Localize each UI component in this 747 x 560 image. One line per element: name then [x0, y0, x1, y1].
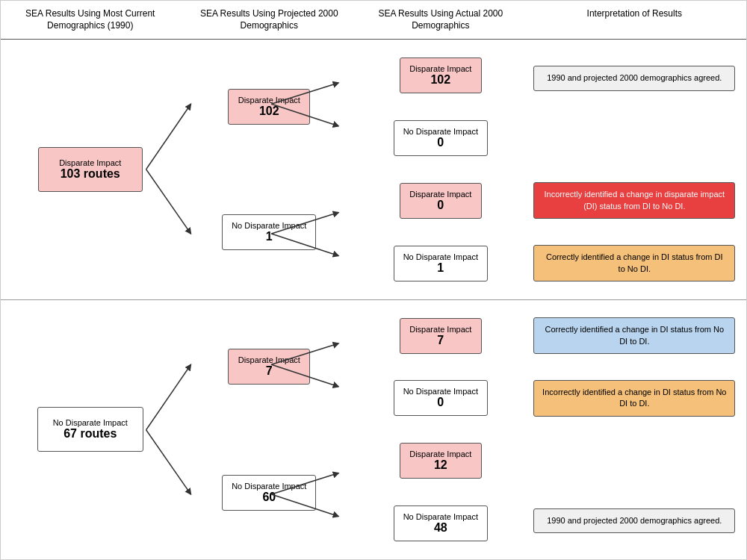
top-mid-box-1-wrap: Disparate Impact 102 — [228, 47, 310, 166]
top-mid-box-2-wrap: No Disparate Impact 1 — [222, 173, 316, 292]
top-mid-pair: Disparate Impact 102 No Disparate Impact… — [180, 40, 359, 299]
bottom-left-value: 67 routes — [53, 427, 128, 441]
top-section: Disparate Impact 103 routes Disparate Im… — [1, 40, 746, 299]
top-mid-box-2: No Disparate Impact 1 — [222, 214, 316, 250]
header-col-2: SEA Results Using Projected 2000 Demogra… — [180, 5, 359, 34]
top-interp-col: 1990 and projected 2000 demographics agr… — [523, 40, 746, 299]
bottom-right-box-1-label: Disparate Impact — [409, 325, 472, 334]
top-right-col: Disparate Impact 102 No Disparate Impact… — [359, 40, 523, 299]
bottom-mid-box-1: Disparate Impact 7 — [228, 349, 310, 385]
top-right-box-1: Disparate Impact 102 — [400, 57, 482, 93]
bottom-left-label: No Disparate Impact — [53, 418, 128, 427]
top-left-box: Disparate Impact 103 routes — [38, 147, 143, 192]
top-mid-box-2-value: 1 — [232, 230, 306, 243]
top-interp-box-3: Incorrectly identified a change in dispa… — [533, 182, 735, 219]
top-mid-box-1-label: Disparate Impact — [238, 96, 300, 105]
top-left-value: 103 routes — [54, 167, 127, 181]
top-interp-box-4: Correctly identified a change in DI stat… — [533, 245, 735, 281]
bottom-mid-box-1-label: Disparate Impact — [238, 355, 300, 364]
main-container: SEA Results Using Most Current Demograph… — [0, 0, 747, 560]
bottom-mid-box-2-wrap: No Disparate Impact 60 — [222, 433, 316, 552]
bottom-left-col: No Disparate Impact 67 routes — [1, 300, 180, 559]
top-right-box-3-label: Disparate Impact — [409, 190, 472, 199]
top-mid-box-1-value: 102 — [238, 105, 300, 118]
bottom-left-box: No Disparate Impact 67 routes — [37, 407, 143, 452]
top-left-label: Disparate Impact — [54, 158, 127, 167]
bottom-right-box-1: Disparate Impact 7 — [400, 318, 482, 354]
top-interp-pair-1: 1990 and projected 2000 demographics agr… — [523, 44, 746, 169]
top-left-col: Disparate Impact 103 routes — [1, 40, 180, 299]
header-col-3: SEA Results Using Actual 2000 Demographi… — [359, 5, 523, 34]
bottom-right-box-2-label: No Disparate Impact — [403, 387, 478, 396]
bottom-interp-box-1: Correctly identified a change in DI stat… — [533, 317, 735, 354]
header-col-1: SEA Results Using Most Current Demograph… — [1, 5, 180, 34]
bottom-interp-pair-2: 1990 and projected 2000 demographics agr… — [523, 429, 746, 555]
bottom-interp-box-2: Incorrectly identified a change in DI st… — [533, 380, 735, 417]
bottom-interp-pair-1: Correctly identified a change in DI stat… — [523, 305, 746, 430]
top-right-box-4: No Disparate Impact 1 — [394, 246, 488, 281]
bottom-mid-box-2-value: 60 — [232, 491, 306, 504]
top-interp-box-2 — [533, 134, 735, 148]
top-right-quad: Disparate Impact 102 No Disparate Impact… — [359, 40, 523, 299]
bottom-interp-col: Correctly identified a change in DI stat… — [523, 300, 746, 559]
bottom-right-box-3: Disparate Impact 12 — [400, 443, 482, 479]
bottom-interp-box-4: 1990 and projected 2000 demographics agr… — [533, 508, 735, 533]
bottom-right-box-1-value: 7 — [409, 334, 472, 347]
top-right-box-3: Disparate Impact 0 — [400, 183, 482, 219]
top-right-box-2-value: 0 — [403, 136, 478, 149]
bottom-right-pair-2: Disparate Impact 12 No Disparate Impact … — [359, 429, 523, 555]
top-right-pair-2: Disparate Impact 0 No Disparate Impact 1 — [359, 169, 523, 295]
top-interp-pair-2: Incorrectly identified a change in dispa… — [523, 169, 746, 295]
bottom-section: No Disparate Impact 67 routes Disparate … — [1, 300, 746, 559]
top-right-box-4-label: No Disparate Impact — [403, 252, 478, 261]
bottom-right-quad: Disparate Impact 7 No Disparate Impact 0… — [359, 300, 523, 559]
top-right-box-4-value: 1 — [403, 261, 478, 275]
bottom-mid-box-2: No Disparate Impact 60 — [222, 475, 316, 511]
top-mid-col: Disparate Impact 102 No Disparate Impact… — [180, 40, 359, 299]
top-right-box-1-label: Disparate Impact — [409, 64, 472, 73]
top-right-pair-1: Disparate Impact 102 No Disparate Impact… — [359, 44, 523, 169]
top-interp-quad: 1990 and projected 2000 demographics agr… — [523, 40, 746, 299]
bottom-right-box-3-value: 12 — [409, 458, 472, 472]
header-col-4: Interpretation of Results — [523, 5, 746, 34]
main-content: Disparate Impact 103 routes Disparate Im… — [1, 40, 746, 559]
bottom-mid-col: Disparate Impact 7 No Disparate Impact 6… — [180, 300, 359, 559]
bottom-interp-quad: Correctly identified a change in DI stat… — [523, 300, 746, 559]
bottom-mid-box-2-label: No Disparate Impact — [232, 482, 306, 491]
bottom-right-pair-1: Disparate Impact 7 No Disparate Impact 0 — [359, 305, 523, 430]
bottom-right-box-3-label: Disparate Impact — [409, 449, 472, 458]
top-interp-box-1: 1990 and projected 2000 demographics agr… — [533, 66, 735, 90]
top-mid-box-1: Disparate Impact 102 — [228, 89, 310, 125]
bottom-mid-box-1-wrap: Disparate Impact 7 — [228, 308, 310, 426]
header-row: SEA Results Using Most Current Demograph… — [1, 1, 746, 40]
top-right-box-2: No Disparate Impact 0 — [394, 120, 488, 156]
bottom-right-box-4-value: 48 — [403, 521, 478, 535]
bottom-interp-box-3 — [533, 451, 735, 464]
bottom-right-box-2: No Disparate Impact 0 — [394, 380, 488, 416]
bottom-right-col: Disparate Impact 7 No Disparate Impact 0… — [359, 300, 523, 559]
bottom-mid-pair: Disparate Impact 7 No Disparate Impact 6… — [180, 300, 359, 559]
top-right-box-3-value: 0 — [409, 199, 472, 212]
bottom-mid-box-1-value: 7 — [238, 364, 300, 378]
bottom-right-box-4-label: No Disparate Impact — [403, 512, 478, 521]
top-right-box-1-value: 102 — [409, 73, 472, 87]
bottom-right-box-4: No Disparate Impact 48 — [394, 505, 488, 541]
bottom-right-box-2-value: 0 — [403, 396, 478, 409]
top-mid-box-2-label: No Disparate Impact — [232, 221, 306, 230]
top-right-box-2-label: No Disparate Impact — [403, 127, 478, 136]
